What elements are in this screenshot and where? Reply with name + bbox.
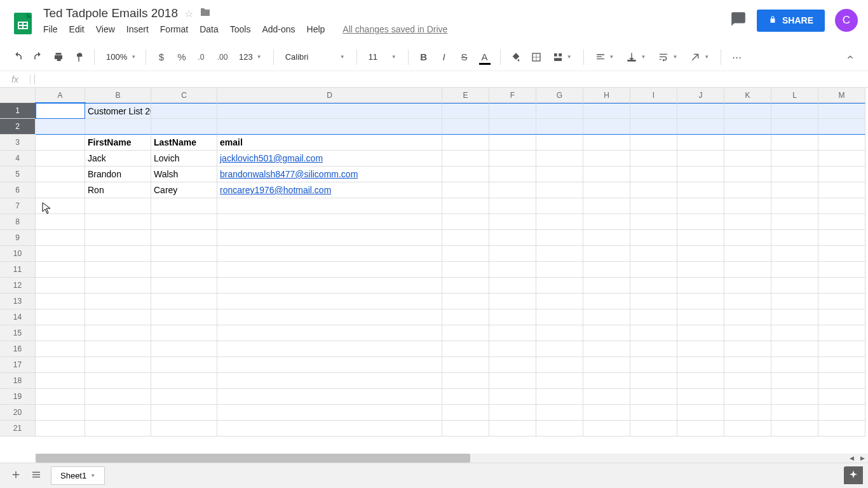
cell-H7[interactable]: [583, 198, 630, 214]
cell-M9[interactable]: [818, 230, 865, 246]
cell-K3[interactable]: [724, 135, 771, 151]
cell-J6[interactable]: [677, 182, 724, 198]
cell-J14[interactable]: [677, 309, 724, 325]
font-size-dropdown[interactable]: 11▼: [363, 52, 402, 62]
cell-C20[interactable]: [151, 405, 217, 421]
cell-C4[interactable]: Lovich: [151, 151, 217, 166]
cell-D16[interactable]: [217, 341, 442, 357]
cell-M2[interactable]: [818, 119, 865, 135]
bold-icon[interactable]: B: [415, 48, 433, 66]
cell-H20[interactable]: [583, 405, 630, 421]
cell-L4[interactable]: [771, 151, 818, 166]
row-header-10[interactable]: 10: [0, 246, 36, 262]
col-header-H[interactable]: H: [583, 88, 630, 103]
paint-format-icon[interactable]: [70, 48, 88, 66]
cell-K7[interactable]: [724, 198, 771, 214]
menu-view[interactable]: View: [96, 24, 115, 34]
cell-K6[interactable]: [724, 182, 771, 198]
cell-E21[interactable]: [442, 421, 489, 437]
cell-L3[interactable]: [771, 135, 818, 151]
cell-B1[interactable]: Customer List 2018: [85, 103, 151, 119]
cell-C21[interactable]: [151, 421, 217, 437]
cell-L21[interactable]: [771, 421, 818, 437]
cell-E15[interactable]: [442, 325, 489, 341]
cell-A2[interactable]: [36, 119, 85, 135]
cell-A10[interactable]: [36, 246, 85, 262]
cell-A12[interactable]: [36, 278, 85, 294]
cell-B5[interactable]: Brandon: [85, 166, 151, 182]
cell-C8[interactable]: [151, 214, 217, 230]
cell-F20[interactable]: [489, 405, 536, 421]
select-all-corner[interactable]: [0, 88, 36, 103]
row-header-6[interactable]: 6: [0, 182, 36, 198]
cell-K14[interactable]: [724, 309, 771, 325]
cell-J4[interactable]: [677, 151, 724, 166]
doc-title[interactable]: Ted Tadpole Emails 2018: [43, 6, 178, 20]
cell-J8[interactable]: [677, 214, 724, 230]
cell-D4[interactable]: jacklovich501@gmail.com: [217, 151, 442, 166]
cell-I21[interactable]: [630, 421, 677, 437]
share-button[interactable]: SHARE: [757, 10, 825, 32]
star-icon[interactable]: ☆: [184, 8, 193, 20]
valign-dropdown[interactable]: ▼: [621, 52, 651, 62]
cell-M11[interactable]: [818, 262, 865, 278]
col-header-M[interactable]: M: [818, 88, 865, 103]
cell-D19[interactable]: [217, 389, 442, 405]
number-format-dropdown[interactable]: 123▼: [234, 52, 267, 62]
col-header-A[interactable]: A: [36, 88, 85, 103]
cell-D11[interactable]: [217, 262, 442, 278]
halign-dropdown[interactable]: ▼: [590, 52, 620, 62]
cell-I11[interactable]: [630, 262, 677, 278]
row-header-20[interactable]: 20: [0, 405, 36, 421]
cell-I3[interactable]: [630, 135, 677, 151]
cell-C1[interactable]: [151, 103, 217, 119]
cell-B21[interactable]: [85, 421, 151, 437]
cell-D17[interactable]: [217, 357, 442, 373]
cell-K5[interactable]: [724, 166, 771, 182]
cell-F11[interactable]: [489, 262, 536, 278]
cell-C19[interactable]: [151, 389, 217, 405]
cell-H17[interactable]: [583, 357, 630, 373]
cell-M7[interactable]: [818, 198, 865, 214]
cell-L7[interactable]: [771, 198, 818, 214]
cell-M4[interactable]: [818, 151, 865, 166]
cell-A9[interactable]: [36, 230, 85, 246]
cell-L1[interactable]: [771, 103, 818, 119]
cell-H13[interactable]: [583, 294, 630, 309]
cell-D5[interactable]: brandonwalsh8477@silicomm.com: [217, 166, 442, 182]
cell-J9[interactable]: [677, 230, 724, 246]
scroll-right-icon[interactable]: ▶: [857, 454, 868, 463]
col-header-G[interactable]: G: [536, 88, 583, 103]
cell-J5[interactable]: [677, 166, 724, 182]
cell-E14[interactable]: [442, 309, 489, 325]
cell-J11[interactable]: [677, 262, 724, 278]
cell-G6[interactable]: [536, 182, 583, 198]
comments-icon[interactable]: [730, 11, 747, 30]
cell-J7[interactable]: [677, 198, 724, 214]
redo-icon[interactable]: [29, 48, 47, 66]
cell-F2[interactable]: [489, 119, 536, 135]
cell-E18[interactable]: [442, 373, 489, 389]
row-header-3[interactable]: 3: [0, 135, 36, 151]
cell-A5[interactable]: [36, 166, 85, 182]
cell-B6[interactable]: Ron: [85, 182, 151, 198]
cell-E7[interactable]: [442, 198, 489, 214]
cell-D14[interactable]: [217, 309, 442, 325]
cell-K21[interactable]: [724, 421, 771, 437]
cell-H10[interactable]: [583, 246, 630, 262]
cell-E19[interactable]: [442, 389, 489, 405]
sheet-tab-sheet1[interactable]: Sheet1▼: [51, 466, 105, 485]
cell-K12[interactable]: [724, 278, 771, 294]
menu-file[interactable]: File: [43, 24, 58, 34]
cell-E9[interactable]: [442, 230, 489, 246]
cell-G16[interactable]: [536, 341, 583, 357]
cell-M13[interactable]: [818, 294, 865, 309]
cell-I7[interactable]: [630, 198, 677, 214]
cell-F17[interactable]: [489, 357, 536, 373]
col-header-B[interactable]: B: [85, 88, 151, 103]
cell-A7[interactable]: [36, 198, 85, 214]
col-header-J[interactable]: J: [677, 88, 724, 103]
cell-I14[interactable]: [630, 309, 677, 325]
strikethrough-icon[interactable]: S: [456, 48, 473, 66]
cell-G15[interactable]: [536, 325, 583, 341]
